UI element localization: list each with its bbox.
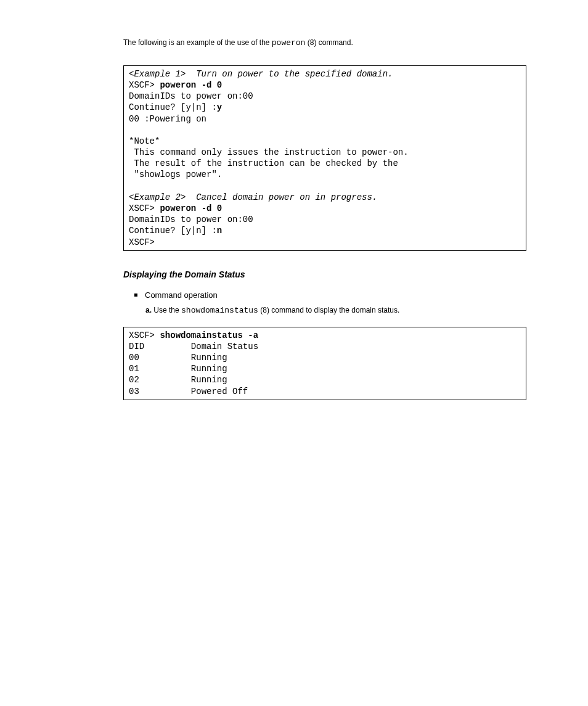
intro-suffix: (8) command. <box>308 38 353 47</box>
note-line: "showlogs power". <box>129 170 222 179</box>
intro-command: poweron <box>272 38 306 47</box>
step-text-suffix: (8) command to display the domain status… <box>260 306 399 314</box>
table-row: 02 Running <box>129 375 227 385</box>
output-line: DomainIDs to power on:00 <box>129 215 253 224</box>
command-text: poweron -d 0 <box>160 203 222 213</box>
prompt: XSCF> <box>129 237 160 247</box>
bullet-item: Command operation <box>134 290 526 300</box>
code-block-domain-status: XSCF> showdomainstatus -a DID Domain Sta… <box>123 327 526 400</box>
prompt: XSCF> <box>129 203 160 213</box>
intro-paragraph: The following is an example of the use o… <box>123 37 526 50</box>
table-row: 01 Running <box>129 364 227 374</box>
intro-prefix: The following is an example of the use o… <box>123 38 272 47</box>
bullet-label: Command operation <box>145 290 218 300</box>
command-text: showdomainstatus -a <box>160 330 258 340</box>
table-header-did: DID <box>129 342 144 351</box>
output-line: DomainIDs to power on:00 <box>129 91 253 101</box>
step-command: showdomainstatus <box>181 306 258 315</box>
code-block-example-1-2: <Example 1> Turn on power to the specifi… <box>123 65 526 251</box>
output-line: 00 :Powering on <box>129 114 206 124</box>
note-line: This command only issues the instruction… <box>129 147 409 157</box>
note-line: The result of the instruction can be che… <box>129 158 403 168</box>
step-text-prefix: Use the <box>153 306 181 314</box>
bullet-icon <box>134 293 137 297</box>
step-marker: a. <box>145 306 152 314</box>
output-line: Continue? [y|n] : <box>129 102 217 112</box>
table-row: 03 Powered Off <box>129 387 248 396</box>
section-heading: Displaying the Domain Status <box>123 269 526 279</box>
example-1-heading: <Example 1> Turn on power to the specifi… <box>129 69 393 79</box>
user-input: y <box>217 102 222 112</box>
step-paragraph: a. Use the showdomainstatus (8) command … <box>145 305 526 318</box>
note-label: *Note* <box>129 136 160 146</box>
output-line: Continue? [y|n] : <box>129 226 217 236</box>
table-header-status: Domain Status <box>191 342 258 351</box>
user-input: n <box>217 226 222 236</box>
prompt: XSCF> <box>129 80 160 90</box>
table-row: 00 Running <box>129 353 227 363</box>
command-text: poweron -d 0 <box>160 80 222 90</box>
prompt: XSCF> <box>129 330 160 340</box>
example-2-heading: <Example 2> Cancel domain power on in pr… <box>129 192 377 202</box>
